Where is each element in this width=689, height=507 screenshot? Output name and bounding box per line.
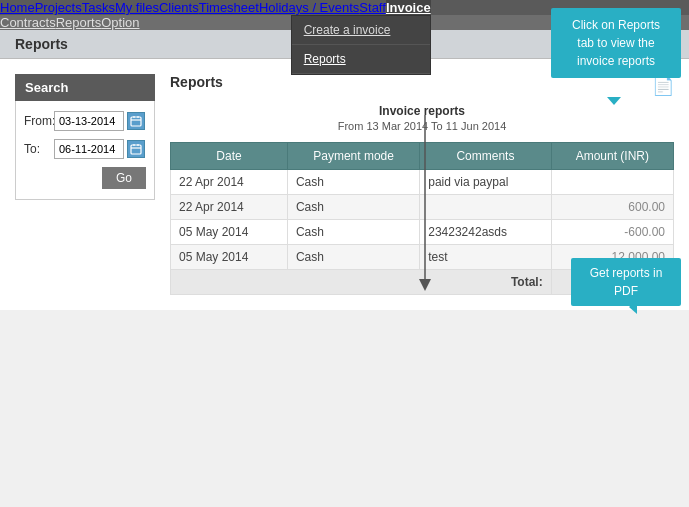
cell-comments bbox=[420, 195, 551, 220]
pdf-tooltip: Get reports in PDF bbox=[571, 258, 681, 306]
nav-myfiles[interactable]: My files bbox=[115, 0, 159, 15]
nav-contracts[interactable]: Contracts bbox=[0, 15, 56, 30]
cell-mode: Cash bbox=[287, 220, 419, 245]
nav-timesheet[interactable]: Timesheet bbox=[199, 0, 259, 15]
tooltip1-arrow bbox=[607, 97, 621, 105]
nav-projects[interactable]: Projects bbox=[35, 0, 82, 15]
cell-date: 22 Apr 2014 bbox=[171, 170, 288, 195]
reports-panel-header: Reports bbox=[170, 74, 223, 90]
from-label: From: bbox=[24, 114, 54, 128]
col-comments: Comments bbox=[420, 143, 551, 170]
cell-amount: 600.00 bbox=[551, 195, 673, 220]
nav-reports[interactable]: Reports bbox=[56, 15, 102, 30]
dropdown-create-invoice[interactable]: Create a invoice bbox=[292, 16, 430, 45]
cell-date: 05 May 2014 bbox=[171, 245, 288, 270]
from-row: From: bbox=[24, 111, 146, 131]
nav-tasks[interactable]: Tasks bbox=[82, 0, 115, 15]
to-row: To: bbox=[24, 139, 146, 159]
nav-clients[interactable]: Clients bbox=[159, 0, 199, 15]
nav-home[interactable]: Home bbox=[0, 0, 35, 15]
dropdown-reports[interactable]: Reports bbox=[292, 45, 430, 74]
cell-mode: Cash bbox=[287, 170, 419, 195]
pdf-icon[interactable]: 📄 bbox=[652, 75, 674, 97]
from-input[interactable] bbox=[54, 111, 124, 131]
table-row: 22 Apr 2014 Cash paid via paypal bbox=[171, 170, 674, 195]
from-calendar-icon[interactable] bbox=[127, 112, 145, 130]
to-input[interactable] bbox=[54, 139, 124, 159]
search-panel-body: From: To: Go bbox=[15, 101, 155, 200]
col-payment-mode: Payment mode bbox=[287, 143, 419, 170]
cell-date: 05 May 2014 bbox=[171, 220, 288, 245]
cell-mode: Cash bbox=[287, 245, 419, 270]
to-label: To: bbox=[24, 142, 54, 156]
cell-date: 22 Apr 2014 bbox=[171, 195, 288, 220]
invoice-title: Invoice reports bbox=[170, 104, 674, 118]
reports-tooltip: Click on Reports tab to view the invoice… bbox=[551, 8, 681, 78]
cell-comments: paid via paypal bbox=[420, 170, 551, 195]
table-header-row: Date Payment mode Comments Amount (INR) bbox=[171, 143, 674, 170]
search-panel: Search From: To: Go bbox=[15, 74, 155, 295]
nav-staff[interactable]: Staff bbox=[359, 0, 386, 15]
table-row: 05 May 2014 Cash 23423242asds -600.00 bbox=[171, 220, 674, 245]
table-row: 22 Apr 2014 Cash 600.00 bbox=[171, 195, 674, 220]
pdf-tooltip-arrow bbox=[629, 300, 637, 314]
svg-rect-4 bbox=[131, 145, 141, 154]
total-label: Total: bbox=[171, 270, 552, 295]
tooltip2-text: Get reports in PDF bbox=[590, 266, 663, 298]
to-calendar-icon[interactable] bbox=[127, 140, 145, 158]
svg-rect-0 bbox=[131, 117, 141, 126]
tooltip1-text: Click on Reports tab to view the invoice… bbox=[572, 18, 660, 68]
nav-holidays-events[interactable]: Holidays / Events bbox=[259, 0, 359, 15]
cell-amount: -600.00 bbox=[551, 220, 673, 245]
search-label: Search bbox=[25, 80, 68, 95]
cell-mode: Cash bbox=[287, 195, 419, 220]
cell-comments: 23423242asds bbox=[420, 220, 551, 245]
invoice-subtitle: From 13 Mar 2014 To 11 Jun 2014 bbox=[170, 120, 674, 132]
col-amount: Amount (INR) bbox=[551, 143, 673, 170]
cell-amount bbox=[551, 170, 673, 195]
nav-option[interactable]: Option bbox=[101, 15, 139, 30]
cell-comments: test bbox=[420, 245, 551, 270]
col-date: Date bbox=[171, 143, 288, 170]
go-button[interactable]: Go bbox=[102, 167, 146, 189]
search-panel-header: Search bbox=[15, 74, 155, 101]
page-title: Reports bbox=[15, 36, 68, 52]
invoice-dropdown-menu: Create a invoice Reports bbox=[291, 15, 431, 75]
nav-invoice[interactable]: Invoice bbox=[386, 0, 431, 15]
nav-invoice-dropdown[interactable]: Invoice Create a invoice Reports bbox=[386, 0, 431, 15]
